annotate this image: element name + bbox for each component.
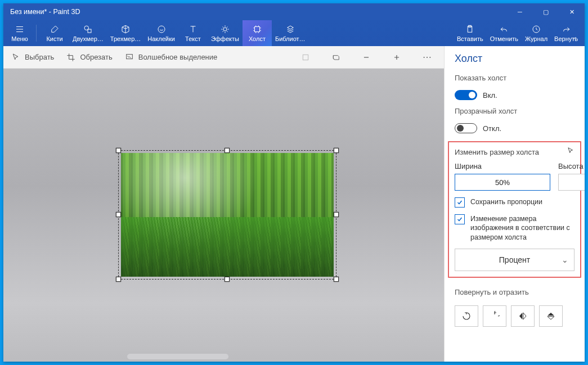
menu-button[interactable]: Меню (7, 20, 33, 46)
close-button[interactable]: ✕ (559, 3, 585, 20)
rotate-cw-icon (490, 311, 500, 321)
paste-button[interactable]: Вставить (454, 20, 487, 46)
flip-h-icon (518, 311, 528, 321)
plus-icon (393, 53, 401, 61)
svg-point-10 (424, 56, 425, 57)
app-window: Без имени* - Paint 3D ─ ▢ ✕ Меню Кисти Д… (3, 3, 585, 362)
unit-dropdown[interactable]: Процент ⌄ (455, 249, 574, 271)
resize-handle-bl[interactable] (116, 277, 121, 282)
brushes-button[interactable]: Кисти (40, 20, 69, 46)
resize-handle-tl[interactable] (116, 148, 121, 153)
height-label: Высота (558, 162, 585, 170)
text-button[interactable]: Текст (178, 20, 208, 46)
toggle-off-text: Откл. (483, 124, 501, 133)
rotate-left-button[interactable] (455, 305, 478, 327)
unit-selected: Процент (499, 255, 530, 264)
resize-image-checkbox[interactable] (455, 214, 465, 224)
transparent-canvas-toggle[interactable] (455, 123, 477, 133)
undo-icon (499, 24, 509, 34)
svg-rect-1 (88, 29, 91, 33)
3d-shapes-button[interactable]: Трехмер… (107, 20, 144, 46)
title-bar[interactable]: Без имени* - Paint 3D ─ ▢ ✕ (3, 3, 585, 20)
cursor-icon (11, 53, 20, 62)
flip-horizontal-button[interactable] (511, 305, 535, 327)
height-input[interactable] (558, 174, 585, 191)
canvas-image (121, 153, 334, 277)
chevron-down-icon: ⌄ (562, 255, 568, 264)
select-tool[interactable]: Выбрать (11, 53, 54, 62)
rotate-ccw-icon (461, 311, 472, 321)
show-canvas-toggle[interactable] (455, 90, 477, 100)
toggle-on-text: Вкл. (483, 91, 497, 100)
hamburger-icon (15, 24, 25, 34)
text-icon (188, 24, 198, 34)
magic-select-tool[interactable]: Волшебное выделение (125, 53, 218, 62)
canvas-panel: Холст Показать холст Вкл. Прозрачный хол… (444, 46, 585, 362)
resize-handle-t[interactable] (225, 148, 230, 153)
expand-ribbon-button[interactable] (570, 33, 581, 44)
view3d-icon (331, 53, 340, 62)
resize-canvas-section: Изменить размер холста Ширина Высота (448, 141, 581, 278)
effects-button[interactable]: Эффекты (208, 20, 243, 46)
flip-v-icon (546, 311, 556, 321)
horizontal-scrollbar[interactable] (127, 354, 228, 359)
view2d-icon (301, 53, 310, 62)
rotate-section-label: Повернуть и отразить (455, 288, 574, 296)
check-icon (456, 216, 463, 223)
zoom-in-button[interactable] (388, 48, 406, 66)
resize-handle-l[interactable] (116, 212, 121, 217)
stickers-button[interactable]: Наклейки (144, 20, 178, 46)
check-icon (456, 199, 463, 206)
lock-aspect-checkbox[interactable] (455, 197, 465, 208)
sticker-icon (156, 24, 167, 34)
2d-shapes-button[interactable]: Двухмер… (69, 20, 107, 46)
resize-handle-tr[interactable] (334, 148, 339, 153)
crop-tool[interactable]: Обрезать (66, 53, 112, 62)
resize-handle-b[interactable] (225, 277, 230, 282)
chevron-up-icon (572, 34, 580, 42)
effects-icon (220, 24, 230, 34)
history-icon (531, 24, 541, 34)
canvas-viewport[interactable] (3, 69, 444, 362)
brush-icon (50, 24, 60, 34)
cube-icon (120, 24, 131, 34)
svg-rect-9 (303, 55, 308, 60)
crop-icon (66, 53, 75, 62)
shapes2d-icon (83, 24, 93, 34)
flip-vertical-button[interactable] (539, 305, 563, 327)
resize-section-title: Изменить размер холста (455, 148, 574, 156)
content-area: Выбрать Обрезать Волшебное выделение (3, 46, 585, 362)
ellipsis-icon (423, 56, 432, 58)
zoom-out-button[interactable] (357, 48, 375, 66)
history-button[interactable]: Журнал (522, 20, 551, 46)
view-mode-3d-button[interactable] (327, 48, 345, 66)
svg-point-11 (427, 56, 428, 57)
minus-icon (362, 53, 370, 61)
canvas-button[interactable]: Холст (243, 20, 272, 46)
svg-point-12 (429, 56, 430, 57)
svg-point-2 (158, 26, 165, 33)
transparent-canvas-label: Прозрачный холст (455, 107, 574, 115)
resize-image-label: Изменение размера изображения в соответс… (470, 214, 574, 242)
svg-point-3 (223, 28, 227, 31)
window-title: Без имени* - Paint 3D (10, 8, 80, 16)
panel-title: Холст (455, 53, 574, 65)
rotate-right-button[interactable] (483, 305, 506, 327)
minimize-button[interactable]: ─ (507, 3, 533, 20)
undo-button[interactable]: Отменить (487, 20, 522, 46)
resize-handle-r[interactable] (334, 212, 339, 217)
library-icon (285, 24, 295, 34)
library-button[interactable]: Библиот… (272, 20, 309, 46)
width-input[interactable] (455, 174, 550, 191)
ribbon: Меню Кисти Двухмер… Трехмер… Наклейки Те… (3, 20, 585, 46)
resize-handle-br[interactable] (334, 277, 339, 282)
magic-select-icon (125, 53, 134, 62)
canvas-selection[interactable] (118, 150, 336, 280)
maximize-button[interactable]: ▢ (533, 3, 559, 20)
workspace: Выбрать Обрезать Волшебное выделение (3, 46, 444, 362)
more-button[interactable] (418, 48, 436, 66)
view-mode-2d-button[interactable] (297, 48, 315, 66)
paste-icon (465, 24, 475, 34)
canvas-icon (252, 24, 262, 34)
lock-aspect-label: Сохранить пропорции (470, 197, 542, 206)
